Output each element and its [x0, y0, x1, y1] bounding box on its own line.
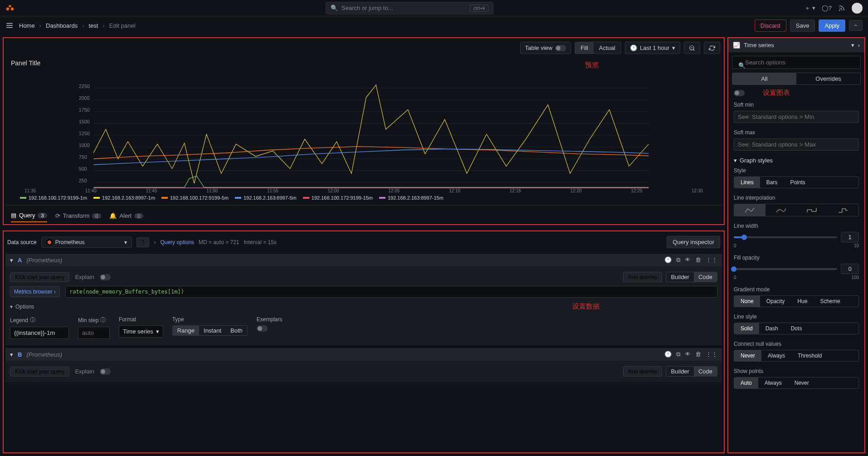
save-button[interactable]: Save [790, 20, 815, 32]
showpoints-auto[interactable]: Auto [734, 378, 758, 388]
code-mode[interactable]: Code [694, 272, 717, 282]
fill-button[interactable]: Fill [575, 42, 594, 54]
table-view-toggle[interactable]: Table view [520, 42, 571, 54]
info-icon[interactable]: ⓘ [30, 316, 35, 324]
connect-never[interactable]: Never [734, 350, 761, 361]
clock-icon[interactable]: 🕐 [664, 256, 672, 264]
interp-stepafter-icon[interactable] [828, 204, 859, 216]
style-lines[interactable]: Lines [734, 177, 760, 188]
menu-icon[interactable] [5, 21, 14, 29]
option-toggle[interactable] [734, 90, 745, 96]
eye-icon[interactable]: 👁 [685, 256, 691, 264]
help-icon[interactable]: ◯? [822, 5, 832, 11]
query-letter-a[interactable]: A [18, 257, 22, 264]
style-points[interactable]: Points [784, 177, 811, 188]
explain-toggle-b[interactable] [100, 368, 111, 375]
run-queries-button[interactable]: Run queries [623, 272, 663, 282]
soft-min-input[interactable] [734, 111, 859, 123]
global-search[interactable]: 🔍 Search or jump to... ctrl+k [326, 2, 493, 15]
tab-query[interactable]: ▤ Query 3 [11, 209, 47, 222]
trash-icon[interactable]: 🗑 [695, 351, 701, 358]
connect-threshold[interactable]: Threshold [791, 350, 828, 361]
datasource-help-button[interactable]: ? [137, 237, 150, 247]
time-range-picker[interactable]: 🕐 Last 1 hour ▾ [625, 42, 680, 54]
chevron-down-icon[interactable]: ▾ [851, 42, 854, 49]
gradient-hue[interactable]: Hue [791, 296, 814, 307]
explain-toggle[interactable] [100, 274, 111, 280]
type-range[interactable]: Range [173, 326, 199, 335]
explain-label-b: Explain [75, 368, 94, 375]
query-letter-b[interactable]: B [18, 351, 22, 358]
discard-button[interactable]: Discard [755, 20, 786, 32]
gradient-none[interactable]: None [734, 296, 760, 307]
line-width-slider[interactable] [734, 236, 837, 238]
crumb-dashboards[interactable]: Dashboards [46, 22, 78, 29]
connect-always[interactable]: Always [761, 350, 791, 361]
chevron-up-icon[interactable] [849, 20, 863, 31]
drag-icon[interactable]: ⋮⋮ [706, 351, 717, 358]
interp-smooth-icon[interactable] [766, 204, 797, 216]
eye-icon[interactable]: 👁 [685, 351, 691, 358]
chevron-right-icon[interactable]: › [858, 42, 860, 49]
add-icon[interactable]: ＋ ▾ [805, 4, 815, 12]
viz-type-select[interactable]: Time series [744, 42, 848, 49]
line-width-value[interactable]: 1 [841, 232, 859, 242]
tab-alert[interactable]: 🔔 Alert 0 [109, 209, 143, 222]
user-avatar[interactable] [852, 3, 863, 14]
crumb-test[interactable]: test [88, 22, 98, 29]
fill-opacity-value[interactable]: 0 [841, 264, 859, 274]
metrics-browser-button[interactable]: Metrics browser › [10, 286, 60, 297]
clock-icon[interactable]: 🕐 [664, 351, 672, 358]
datasource-select[interactable]: Prometheus ▾ [41, 237, 132, 248]
kickstart-button[interactable]: Kick start your query [10, 272, 69, 282]
interp-stepbefore-icon[interactable] [796, 204, 828, 216]
options-toggle[interactable]: ▾Options 设置数据 [10, 299, 717, 314]
code-mode-b[interactable]: Code [694, 367, 717, 376]
zoom-out-button[interactable] [684, 42, 700, 54]
linestyle-dash[interactable]: Dash [759, 323, 785, 334]
query-inspector-button[interactable]: Query inspector [667, 236, 720, 248]
soft-max-input[interactable] [734, 138, 859, 151]
fill-opacity-slider[interactable] [734, 268, 837, 270]
type-both[interactable]: Both [226, 326, 247, 335]
trash-icon[interactable]: 🗑 [695, 256, 701, 264]
legend-input[interactable] [10, 327, 69, 339]
rss-icon[interactable] [838, 5, 845, 12]
kickstart-button-b[interactable]: Kick start your query [10, 367, 69, 377]
exemplars-toggle[interactable] [257, 325, 268, 332]
linestyle-solid[interactable]: Solid [734, 323, 759, 334]
query-options-link[interactable]: Query options [160, 239, 194, 245]
gradient-opacity[interactable]: Opacity [760, 296, 791, 307]
tab-all[interactable]: All [732, 73, 796, 84]
time-series-chart[interactable]: 250500750 100012501500 175020002250 [11, 70, 717, 188]
graph-styles-section[interactable]: ▾Graph styles [734, 157, 859, 164]
tab-overrides[interactable]: Overrides [796, 73, 860, 84]
style-bars[interactable]: Bars [760, 177, 784, 188]
crumb-home[interactable]: Home [19, 22, 35, 29]
copy-icon[interactable]: ⧉ [676, 256, 680, 264]
builder-mode[interactable]: Builder [666, 272, 693, 282]
actual-button[interactable]: Actual [594, 42, 621, 54]
options-search-input[interactable] [732, 56, 861, 69]
copy-icon[interactable]: ⧉ [676, 351, 680, 358]
interp-linear-icon[interactable] [734, 204, 766, 216]
grafana-logo[interactable] [5, 4, 15, 13]
chevron-down-icon[interactable]: ▾ [10, 257, 13, 264]
info-icon[interactable]: ⓘ [100, 316, 106, 324]
svg-text:1000: 1000 [79, 142, 90, 148]
showpoints-never[interactable]: Never [788, 378, 815, 388]
query-expression-input[interactable]: rate(node_memory_Buffers_bytes[1m]) [65, 286, 717, 298]
apply-button[interactable]: Apply [819, 20, 845, 32]
run-queries-button-b[interactable]: Run queries [623, 366, 663, 377]
gradient-scheme[interactable]: Scheme [814, 296, 846, 307]
type-instant[interactable]: Instant [199, 326, 226, 335]
drag-icon[interactable]: ⋮⋮ [706, 256, 717, 264]
tab-transform[interactable]: ⟳ Transform 0 [55, 209, 102, 222]
linestyle-dots[interactable]: Dots [785, 323, 809, 334]
showpoints-always[interactable]: Always [758, 378, 788, 388]
refresh-button[interactable] [704, 42, 720, 54]
minstep-input[interactable] [78, 327, 110, 339]
format-select[interactable]: Time series▾ [119, 325, 163, 338]
builder-mode-b[interactable]: Builder [666, 367, 693, 376]
chevron-down-icon[interactable]: ▾ [10, 351, 13, 358]
